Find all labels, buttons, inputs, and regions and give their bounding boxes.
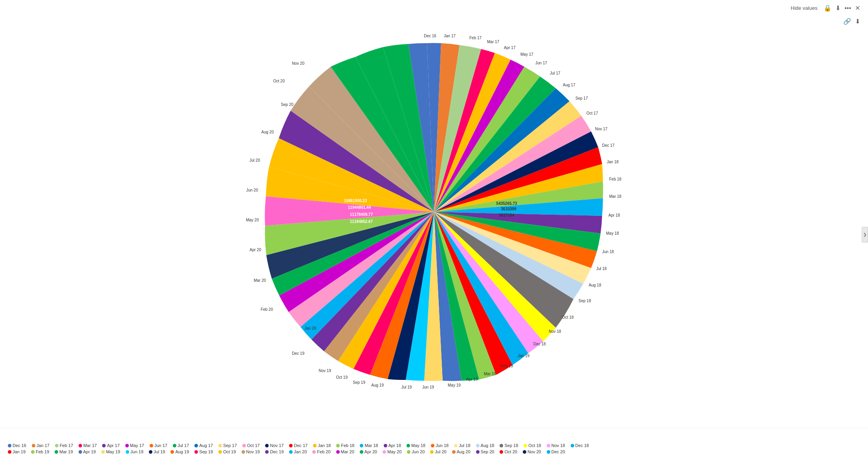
legend-item-may-18[interactable]: May 18 bbox=[407, 443, 425, 448]
legend-item-mar-20[interactable]: Mar 20 bbox=[336, 449, 354, 454]
legend-item-feb-19[interactable]: Feb 19 bbox=[31, 449, 49, 454]
legend-item-dec-17[interactable]: Dec 17 bbox=[289, 443, 308, 448]
legend-item-jan-19[interactable]: Jan 19 bbox=[8, 449, 26, 454]
label-jul17: Jul 17 bbox=[550, 71, 560, 75]
legend-item-sep-19[interactable]: Sep 19 bbox=[194, 449, 213, 454]
legend-label: Nov 19 bbox=[246, 449, 260, 454]
legend-item-aug-18[interactable]: Aug 18 bbox=[476, 443, 494, 448]
label-jan19: Jan 19 bbox=[518, 354, 529, 358]
legend-dot-sep-18 bbox=[500, 444, 503, 447]
label-jul20: Jul 20 bbox=[249, 158, 260, 162]
label-aug20: Aug 20 bbox=[261, 130, 274, 134]
legend-item-jul-20[interactable]: Jul 20 bbox=[430, 449, 446, 454]
label-apr17: Apr 17 bbox=[504, 46, 516, 50]
legend-dot-apr-18 bbox=[384, 444, 387, 447]
label-aug18: Aug 18 bbox=[589, 283, 601, 287]
legend-label: Apr 17 bbox=[107, 443, 119, 448]
legend-item-feb-17[interactable]: Feb 17 bbox=[55, 443, 73, 448]
legend-dot-jul-19 bbox=[149, 450, 152, 454]
legend-dot-dec-16 bbox=[8, 444, 11, 447]
legend-item-jan-20[interactable]: Jan 20 bbox=[289, 449, 307, 454]
legend-item-jan-17[interactable]: Jan 17 bbox=[32, 443, 49, 448]
label-may20: May 20 bbox=[246, 218, 259, 222]
label-jun20: Jun 20 bbox=[246, 188, 258, 192]
legend-label: Aug 18 bbox=[481, 443, 494, 448]
legend-item-apr-18[interactable]: Apr 18 bbox=[384, 443, 401, 448]
legend-item-feb-18[interactable]: Feb 18 bbox=[336, 443, 354, 448]
legend-dot-mar-18 bbox=[360, 444, 363, 447]
legend-item-oct-19[interactable]: Oct 19 bbox=[218, 449, 236, 454]
legend-item-nov-19[interactable]: Nov 19 bbox=[242, 449, 260, 454]
legend-dot-oct-19 bbox=[218, 450, 222, 454]
legend-item-dec-16[interactable]: Dec 16 bbox=[8, 443, 26, 448]
legend-item-aug-17[interactable]: Aug 17 bbox=[194, 443, 213, 448]
legend-dot-nov-19 bbox=[242, 450, 245, 454]
legend-item-oct-17[interactable]: Oct 17 bbox=[242, 443, 260, 448]
legend-item-sep-18[interactable]: Sep 18 bbox=[500, 443, 518, 448]
legend-item-oct-18[interactable]: Oct 18 bbox=[524, 443, 541, 448]
legend-label: Dec 19 bbox=[270, 449, 284, 454]
legend-dot-apr-19 bbox=[79, 450, 82, 454]
label-aug17: Aug 17 bbox=[563, 83, 575, 87]
legend-label: Oct 19 bbox=[223, 449, 236, 454]
legend-dot-aug-20 bbox=[452, 450, 456, 454]
legend-label: Dec 16 bbox=[13, 443, 26, 448]
legend-label: Jan 17 bbox=[37, 443, 49, 448]
legend-item-jul-17[interactable]: Jul 17 bbox=[173, 443, 189, 448]
legend-dot-sep-20 bbox=[476, 450, 480, 454]
legend-item-nov-18[interactable]: Nov 18 bbox=[547, 443, 565, 448]
legend-item-jan-18[interactable]: Jan 18 bbox=[313, 443, 331, 448]
legend-label: Mar 17 bbox=[83, 443, 97, 448]
legend-item-jun-18[interactable]: Jun 18 bbox=[431, 443, 449, 448]
legend-item-may-19[interactable]: May 19 bbox=[101, 449, 120, 454]
label-dec17: Dec 17 bbox=[602, 143, 615, 148]
legend-item-nov-17[interactable]: Nov 17 bbox=[265, 443, 284, 448]
legend-item-jun-17[interactable]: Jun 17 bbox=[150, 443, 167, 448]
label-apr18: Apr 18 bbox=[608, 213, 620, 217]
legend-item-nov-20[interactable]: Nov 20 bbox=[523, 449, 541, 454]
legend-item-sep-20[interactable]: Sep 20 bbox=[476, 449, 494, 454]
legend-dot-mar-17 bbox=[79, 444, 82, 447]
label-apr20: Apr 20 bbox=[250, 248, 262, 252]
legend-label: Feb 20 bbox=[317, 449, 330, 454]
legend-dot-apr-17 bbox=[102, 444, 106, 447]
value-5: 5435265.73 bbox=[496, 201, 517, 206]
legend-item-apr-17[interactable]: Apr 17 bbox=[102, 443, 119, 448]
legend-label: Jun 19 bbox=[130, 449, 143, 454]
legend-label: Dec 18 bbox=[575, 443, 589, 448]
legend-item-mar-17[interactable]: Mar 17 bbox=[79, 443, 97, 448]
legend-item-may-17[interactable]: May 17 bbox=[125, 443, 144, 448]
label-mar19: Mar 19 bbox=[484, 372, 496, 376]
legend-item-jun-19[interactable]: Jun 19 bbox=[126, 449, 143, 454]
legend-label: Jun 20 bbox=[412, 449, 425, 454]
value-2: 11944801.44 bbox=[348, 205, 371, 210]
label-sep19: Sep 19 bbox=[353, 380, 365, 385]
legend-label: May 20 bbox=[387, 449, 401, 454]
legend-item-oct-20[interactable]: Oct 20 bbox=[500, 449, 517, 454]
legend-item-jul-19[interactable]: Jul 19 bbox=[149, 449, 165, 454]
legend-item-apr-19[interactable]: Apr 19 bbox=[79, 449, 96, 454]
legend-item-dec-18[interactable]: Dec 18 bbox=[571, 443, 589, 448]
legend-label: Nov 20 bbox=[527, 449, 541, 454]
legend-item-jul-18[interactable]: Jul 18 bbox=[454, 443, 470, 448]
legend-item-jun-20[interactable]: Jun 20 bbox=[407, 449, 425, 454]
label-jan17: Jan 17 bbox=[444, 34, 456, 38]
label-sep18: Sep 18 bbox=[579, 299, 591, 303]
legend-item-feb-20[interactable]: Feb 20 bbox=[312, 449, 330, 454]
value-4: 11184852.67 bbox=[350, 219, 373, 224]
legend-dot-jul-20 bbox=[430, 450, 434, 454]
label-dec19: Dec 19 bbox=[292, 351, 304, 356]
label-feb17: Feb 17 bbox=[469, 36, 482, 40]
legend-item-sep-17[interactable]: Sep 17 bbox=[218, 443, 237, 448]
legend-label: Jul 19 bbox=[154, 449, 165, 454]
legend-item-mar-18[interactable]: Mar 18 bbox=[360, 443, 378, 448]
legend-item-may-20[interactable]: May 20 bbox=[383, 449, 401, 454]
legend-label: Nov 18 bbox=[551, 443, 565, 448]
legend-item-aug-19[interactable]: Aug 19 bbox=[170, 449, 189, 454]
legend-item-mar-19[interactable]: Mar 19 bbox=[55, 449, 73, 454]
legend-label: Aug 17 bbox=[199, 443, 213, 448]
legend-item-dec-20[interactable]: Dec 20 bbox=[547, 449, 565, 454]
legend-item-aug-20[interactable]: Aug 20 bbox=[452, 449, 471, 454]
legend-item-apr-20[interactable]: Apr 20 bbox=[360, 449, 377, 454]
legend-item-dec-19[interactable]: Dec 19 bbox=[265, 449, 284, 454]
